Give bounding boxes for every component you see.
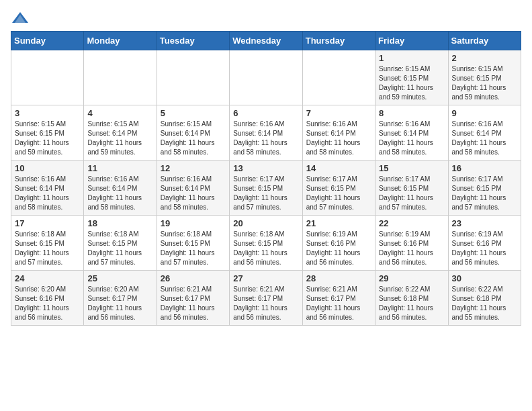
cell-info: Sunrise: 6:16 AM Sunset: 6:14 PM Dayligh… [379,120,444,157]
day-number: 23 [452,218,517,228]
day-number: 22 [379,218,444,228]
cell-info: Sunrise: 6:15 AM Sunset: 6:15 PM Dayligh… [452,64,517,102]
calendar-cell: 23Sunrise: 6:19 AM Sunset: 6:16 PM Dayli… [448,216,521,271]
day-number: 20 [233,218,298,228]
cell-info: Sunrise: 6:19 AM Sunset: 6:16 PM Dayligh… [379,230,444,267]
cell-info: Sunrise: 6:21 AM Sunset: 6:17 PM Dayligh… [233,285,298,322]
calendar-cell: 20Sunrise: 6:18 AM Sunset: 6:15 PM Dayli… [230,216,302,271]
calendar-cell: 3Sunrise: 6:15 AM Sunset: 6:15 PM Daylig… [11,105,84,161]
cell-info: Sunrise: 6:15 AM Sunset: 6:14 PM Dayligh… [87,120,152,157]
weekday-header-wednesday: Wednesday [230,32,302,50]
day-number: 4 [87,108,152,118]
cell-info: Sunrise: 6:17 AM Sunset: 6:15 PM Dayligh… [233,175,298,212]
day-number: 29 [379,273,444,283]
cell-info: Sunrise: 6:21 AM Sunset: 6:17 PM Dayligh… [161,285,226,322]
weekday-header-friday: Friday [375,32,448,50]
cell-info: Sunrise: 6:21 AM Sunset: 6:17 PM Dayligh… [306,285,371,322]
cell-info: Sunrise: 6:16 AM Sunset: 6:14 PM Dayligh… [306,120,371,157]
calendar-cell: 29Sunrise: 6:22 AM Sunset: 6:18 PM Dayli… [375,271,448,326]
cell-info: Sunrise: 6:18 AM Sunset: 6:15 PM Dayligh… [15,230,80,267]
day-number: 10 [15,163,80,173]
calendar-cell: 17Sunrise: 6:18 AM Sunset: 6:15 PM Dayli… [11,216,84,271]
calendar-cell: 1Sunrise: 6:15 AM Sunset: 6:15 PM Daylig… [375,50,448,105]
day-number: 28 [306,273,371,283]
day-number: 15 [379,163,444,173]
cell-info: Sunrise: 6:18 AM Sunset: 6:15 PM Dayligh… [87,230,152,267]
cell-info: Sunrise: 6:15 AM Sunset: 6:14 PM Dayligh… [161,120,226,157]
weekday-header-monday: Monday [84,32,157,50]
cell-info: Sunrise: 6:17 AM Sunset: 6:15 PM Dayligh… [452,175,517,212]
day-number: 27 [233,273,298,283]
header [11,11,521,26]
day-number: 24 [15,273,80,283]
calendar-cell: 21Sunrise: 6:19 AM Sunset: 6:16 PM Dayli… [302,216,375,271]
cell-info: Sunrise: 6:20 AM Sunset: 6:16 PM Dayligh… [15,285,80,322]
cell-info: Sunrise: 6:16 AM Sunset: 6:14 PM Dayligh… [452,120,517,157]
day-number: 13 [233,163,298,173]
calendar-cell: 13Sunrise: 6:17 AM Sunset: 6:15 PM Dayli… [230,161,302,216]
calendar-cell: 10Sunrise: 6:16 AM Sunset: 6:14 PM Dayli… [11,161,84,216]
day-number: 16 [452,163,517,173]
calendar-week-5: 24Sunrise: 6:20 AM Sunset: 6:16 PM Dayli… [11,271,521,326]
cell-info: Sunrise: 6:17 AM Sunset: 6:15 PM Dayligh… [306,175,371,212]
calendar-cell: 19Sunrise: 6:18 AM Sunset: 6:15 PM Dayli… [157,216,229,271]
day-number: 3 [15,108,80,118]
day-number: 26 [161,273,226,283]
calendar-table: SundayMondayTuesdayWednesdayThursdayFrid… [11,31,521,326]
calendar-week-1: 1Sunrise: 6:15 AM Sunset: 6:15 PM Daylig… [11,50,521,105]
cell-info: Sunrise: 6:17 AM Sunset: 6:15 PM Dayligh… [379,175,444,212]
weekday-header-saturday: Saturday [448,32,521,50]
cell-info: Sunrise: 6:16 AM Sunset: 6:14 PM Dayligh… [87,175,152,212]
calendar-cell: 25Sunrise: 6:20 AM Sunset: 6:17 PM Dayli… [84,271,157,326]
day-number: 12 [161,163,226,173]
cell-info: Sunrise: 6:16 AM Sunset: 6:14 PM Dayligh… [15,175,80,212]
day-number: 30 [452,273,517,283]
calendar-cell [302,50,375,105]
day-number: 18 [87,218,152,228]
calendar-cell: 26Sunrise: 6:21 AM Sunset: 6:17 PM Dayli… [157,271,229,326]
calendar-cell: 16Sunrise: 6:17 AM Sunset: 6:15 PM Dayli… [448,161,521,216]
cell-info: Sunrise: 6:16 AM Sunset: 6:14 PM Dayligh… [161,175,226,212]
cell-info: Sunrise: 6:19 AM Sunset: 6:16 PM Dayligh… [306,230,371,267]
weekday-header-sunday: Sunday [11,32,84,50]
calendar-cell: 18Sunrise: 6:18 AM Sunset: 6:15 PM Dayli… [84,216,157,271]
weekday-header-thursday: Thursday [302,32,375,50]
calendar-week-3: 10Sunrise: 6:16 AM Sunset: 6:14 PM Dayli… [11,161,521,216]
calendar-cell: 11Sunrise: 6:16 AM Sunset: 6:14 PM Dayli… [84,161,157,216]
cell-info: Sunrise: 6:16 AM Sunset: 6:14 PM Dayligh… [233,120,298,157]
calendar-cell: 2Sunrise: 6:15 AM Sunset: 6:15 PM Daylig… [448,50,521,105]
day-number: 25 [87,273,152,283]
calendar-week-4: 17Sunrise: 6:18 AM Sunset: 6:15 PM Dayli… [11,216,521,271]
cell-info: Sunrise: 6:22 AM Sunset: 6:18 PM Dayligh… [452,285,517,322]
calendar-cell: 9Sunrise: 6:16 AM Sunset: 6:14 PM Daylig… [448,105,521,161]
calendar-cell: 15Sunrise: 6:17 AM Sunset: 6:15 PM Dayli… [375,161,448,216]
cell-info: Sunrise: 6:15 AM Sunset: 6:15 PM Dayligh… [379,64,444,102]
cell-info: Sunrise: 6:18 AM Sunset: 6:15 PM Dayligh… [161,230,226,267]
calendar-cell [230,50,302,105]
day-number: 19 [161,218,226,228]
calendar-week-2: 3Sunrise: 6:15 AM Sunset: 6:15 PM Daylig… [11,105,521,161]
cell-info: Sunrise: 6:22 AM Sunset: 6:18 PM Dayligh… [379,285,444,322]
calendar-cell: 7Sunrise: 6:16 AM Sunset: 6:14 PM Daylig… [302,105,375,161]
day-number: 14 [306,163,371,173]
calendar-cell: 14Sunrise: 6:17 AM Sunset: 6:15 PM Dayli… [302,161,375,216]
weekday-header-tuesday: Tuesday [157,32,229,50]
day-number: 6 [233,108,298,118]
day-number: 5 [161,108,226,118]
cell-info: Sunrise: 6:18 AM Sunset: 6:15 PM Dayligh… [233,230,298,267]
cell-info: Sunrise: 6:20 AM Sunset: 6:17 PM Dayligh… [87,285,152,322]
calendar-cell: 24Sunrise: 6:20 AM Sunset: 6:16 PM Dayli… [11,271,84,326]
logo [11,11,32,26]
day-number: 1 [379,53,444,63]
day-number: 2 [452,53,517,63]
calendar-cell: 5Sunrise: 6:15 AM Sunset: 6:14 PM Daylig… [157,105,229,161]
calendar-cell: 30Sunrise: 6:22 AM Sunset: 6:18 PM Dayli… [448,271,521,326]
calendar-cell: 22Sunrise: 6:19 AM Sunset: 6:16 PM Dayli… [375,216,448,271]
calendar-cell [157,50,229,105]
calendar-cell: 27Sunrise: 6:21 AM Sunset: 6:17 PM Dayli… [230,271,302,326]
cell-info: Sunrise: 6:19 AM Sunset: 6:16 PM Dayligh… [452,230,517,267]
calendar-header: SundayMondayTuesdayWednesdayThursdayFrid… [11,32,521,50]
calendar-cell: 6Sunrise: 6:16 AM Sunset: 6:14 PM Daylig… [230,105,302,161]
cell-info: Sunrise: 6:15 AM Sunset: 6:15 PM Dayligh… [15,120,80,157]
day-number: 7 [306,108,371,118]
